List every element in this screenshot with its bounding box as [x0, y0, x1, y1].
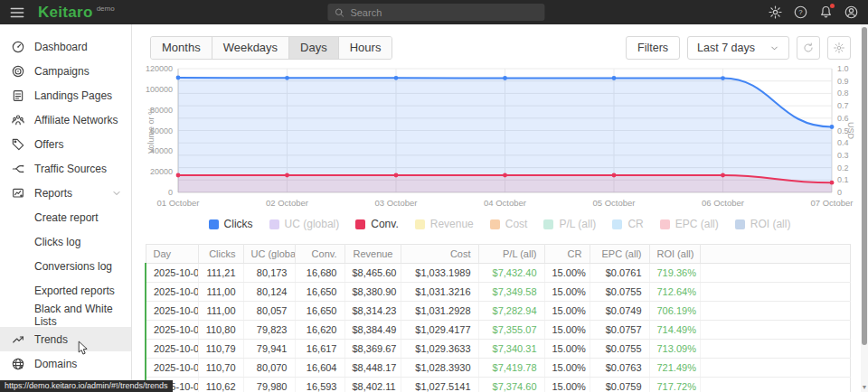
- svg-text:03 October: 03 October: [375, 198, 418, 208]
- cell-cr: 15.00%: [544, 340, 590, 359]
- legend-item-revenue[interactable]: Revenue: [415, 218, 474, 230]
- sidebar-item-clicks-log[interactable]: Clicks log: [0, 229, 131, 254]
- sidebar-item-dashboard[interactable]: Dashboard: [0, 34, 131, 59]
- cell-revenue: $8,369.67: [344, 340, 401, 359]
- sidebar-item-black-and-white-lists[interactable]: Black and White Lists: [0, 303, 131, 327]
- legend-label: UC (global): [285, 218, 340, 230]
- toolbar-controls: Filters Last 7 days: [626, 36, 851, 60]
- sidebar-item-affiliate-networks[interactable]: Affiliate Networks: [0, 107, 131, 132]
- legend-item-epc-all[interactable]: EPC (all): [660, 218, 719, 230]
- sidebar-item-landings-pages[interactable]: Landings Pages: [0, 83, 131, 107]
- tab-weekdays[interactable]: Weekdays: [212, 37, 289, 59]
- logo-demo-label: demo: [97, 5, 115, 13]
- cell-day: 2025-10-02: [146, 283, 198, 302]
- settings-gear-icon[interactable]: [768, 5, 783, 20]
- cell-epc-all: $0.0755: [590, 340, 649, 359]
- cell-clicks: 110,62: [198, 378, 243, 392]
- legend-swatch: [735, 219, 745, 229]
- legend-swatch: [415, 219, 425, 229]
- date-range-select[interactable]: Last 7 days: [687, 36, 789, 60]
- legend-item-roi-all[interactable]: ROI (all): [735, 218, 791, 230]
- cell-conv: 16,617: [295, 340, 344, 359]
- legend-item-clicks[interactable]: Clicks: [209, 218, 253, 230]
- legend-label: Conv.: [371, 218, 398, 230]
- sidebar-item-domains[interactable]: Domains: [0, 351, 131, 376]
- column-header-conv[interactable]: Conv.: [295, 245, 344, 264]
- cell-cost: $1,033.1989: [401, 264, 478, 283]
- column-header-clicks[interactable]: Clicks: [198, 245, 243, 264]
- svg-text:?: ?: [798, 8, 803, 16]
- cell-epc-all: $0.0763: [590, 359, 649, 378]
- legend-label: Revenue: [430, 218, 474, 230]
- svg-text:06 October: 06 October: [702, 198, 744, 208]
- tab-days[interactable]: Days: [289, 37, 339, 59]
- refresh-button[interactable]: [797, 36, 820, 60]
- cell-cost: $1,029.4177: [401, 321, 478, 340]
- sidebar-item-label: Offers: [34, 138, 63, 151]
- cell-epc-all: $0.0761: [590, 264, 649, 283]
- cell-uc-global: 80,124: [243, 283, 295, 302]
- tab-months[interactable]: Months: [151, 37, 212, 59]
- tab-hours[interactable]: Hours: [339, 37, 392, 59]
- column-header-day[interactable]: Day: [146, 245, 198, 264]
- column-header-roi-all[interactable]: ROI (all): [649, 245, 700, 264]
- column-header-revenue[interactable]: Revenue: [344, 245, 401, 264]
- cell-revenue: $8,465.60: [344, 264, 401, 283]
- column-header-epc-all[interactable]: EPC (all): [590, 245, 649, 264]
- svg-text:04 October: 04 October: [484, 198, 526, 208]
- column-header-uc-global[interactable]: UC (global): [243, 245, 295, 264]
- filters-button[interactable]: Filters: [626, 36, 680, 60]
- sidebar-item-label: Conversions log: [34, 260, 112, 273]
- column-header-cr[interactable]: CR: [544, 245, 590, 264]
- sidebar-item-label: Trends: [34, 333, 68, 346]
- svg-text:120000: 120000: [146, 64, 173, 73]
- legend-item-conv[interactable]: Conv.: [355, 218, 398, 230]
- scrollbar-thumb[interactable]: [862, 27, 867, 345]
- sidebar-item-exported-reports[interactable]: Exported reports: [0, 278, 131, 303]
- keitaro-app-window: Keitaro demo ? DashboardCampaignsLanding…: [0, 0, 868, 392]
- legend-item-cr[interactable]: CR: [612, 218, 643, 230]
- topbar: Keitaro demo ?: [0, 0, 868, 24]
- menu-icon[interactable]: [9, 5, 25, 21]
- help-icon[interactable]: ?: [793, 5, 808, 20]
- cell-cr: 15.00%: [544, 378, 590, 392]
- sidebar-item-traffic-sources[interactable]: Traffic Sources: [0, 156, 131, 181]
- legend-swatch: [490, 219, 500, 229]
- table-row: 2025-10-06110,7080,07016,604$8,448.17$1,…: [146, 359, 851, 378]
- cell-p-l-all: $7,340.31: [478, 340, 544, 359]
- scrollbar[interactable]: ▼: [861, 24, 868, 392]
- legend-swatch: [612, 219, 622, 229]
- offers-icon: [11, 137, 25, 152]
- table-row: 2025-10-05110,7979,94116,617$8,369.67$1,…: [146, 340, 851, 359]
- cell-clicks: 110,80: [198, 321, 243, 340]
- traffic-sources-icon: [11, 162, 25, 176]
- cell-revenue: $8,314.23: [344, 302, 401, 321]
- cell-day: 2025-10-01: [146, 264, 198, 283]
- account-icon[interactable]: [844, 5, 859, 20]
- svg-text:05 October: 05 October: [593, 198, 636, 208]
- sidebar-item-offers[interactable]: Offers: [0, 132, 131, 156]
- sidebar-item-reports[interactable]: Reports: [0, 181, 131, 205]
- legend-label: EPC (all): [675, 218, 719, 230]
- scrollbar-down-arrow[interactable]: ▼: [861, 383, 868, 392]
- cell-cost: $1,028.3930: [401, 359, 478, 378]
- legend-item-p-l-all[interactable]: P/L (all): [543, 218, 596, 230]
- column-header-cost[interactable]: Cost: [401, 245, 478, 264]
- sidebar-item-label: Clicks log: [34, 236, 80, 248]
- legend-item-uc-global[interactable]: UC (global): [269, 218, 340, 230]
- notifications-bell-icon[interactable]: [818, 5, 834, 20]
- app-logo[interactable]: Keitaro: [38, 4, 93, 22]
- sidebar-item-trends[interactable]: Trends: [0, 327, 131, 351]
- search-box[interactable]: [327, 4, 544, 21]
- search-input[interactable]: [350, 7, 538, 18]
- sidebar-item-label: Affiliate Networks: [34, 114, 118, 126]
- sidebar-item-create-report[interactable]: Create report: [0, 205, 131, 229]
- cell-cr: 15.00%: [544, 283, 590, 302]
- legend-item-cost[interactable]: Cost: [490, 218, 528, 230]
- sidebar-item-campaigns[interactable]: Campaigns: [0, 59, 131, 83]
- column-header-p-l-all[interactable]: P/L (all): [478, 245, 544, 264]
- svg-text:0.4: 0.4: [837, 138, 849, 147]
- cell-clicks: 111,21: [198, 264, 243, 283]
- chart-settings-button[interactable]: [827, 36, 851, 60]
- sidebar-item-conversions-log[interactable]: Conversions log: [0, 254, 131, 278]
